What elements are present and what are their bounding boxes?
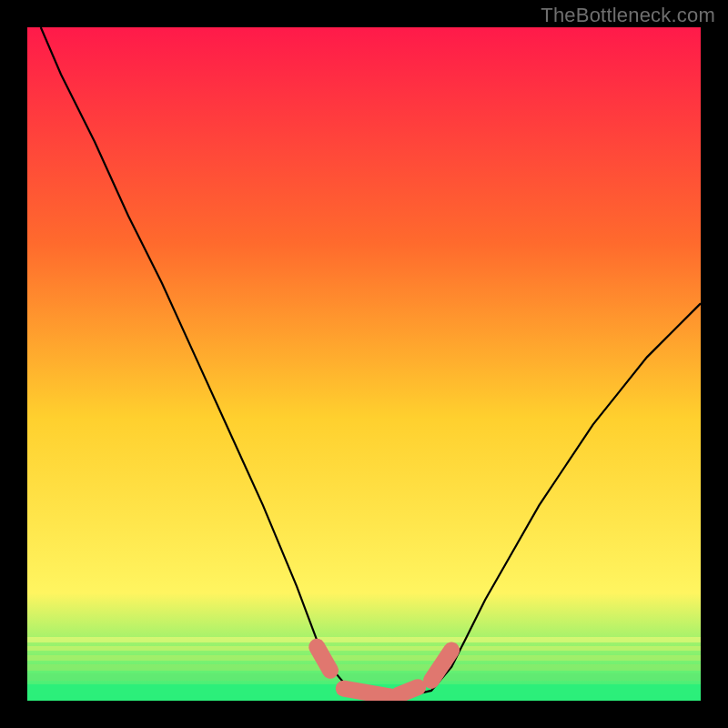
chart-frame: TheBottleneck.com: [0, 0, 728, 728]
band-segment: [344, 689, 391, 697]
svg-rect-4: [27, 664, 701, 671]
svg-rect-3: [27, 655, 701, 661]
svg-rect-2: [27, 646, 701, 651]
svg-rect-5: [27, 673, 701, 681]
band-segment: [317, 647, 330, 671]
watermark-text: TheBottleneck.com: [541, 4, 715, 27]
band-segment: [398, 687, 418, 695]
svg-rect-1: [27, 637, 701, 642]
plot-bg: [27, 27, 701, 701]
chart-svg: [0, 0, 728, 728]
